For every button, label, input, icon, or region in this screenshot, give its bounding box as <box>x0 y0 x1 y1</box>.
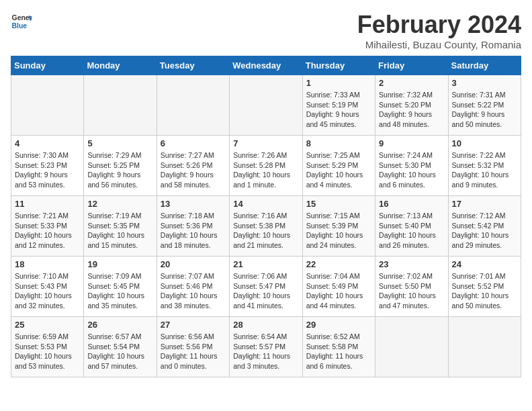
day-number: 22 <box>306 259 371 269</box>
cell-info: Sunrise: 7:19 AM Sunset: 5:35 PM Dayligh… <box>87 211 152 250</box>
calendar-cell: 18Sunrise: 7:10 AM Sunset: 5:43 PM Dayli… <box>11 257 84 317</box>
calendar-cell: 5Sunrise: 7:29 AM Sunset: 5:25 PM Daylig… <box>84 136 157 196</box>
cell-info: Sunrise: 7:26 AM Sunset: 5:28 PM Dayligh… <box>233 150 298 190</box>
cell-info: Sunrise: 6:57 AM Sunset: 5:54 PM Dayligh… <box>87 332 152 371</box>
calendar-cell: 24Sunrise: 7:01 AM Sunset: 5:52 PM Dayli… <box>448 257 521 317</box>
cell-info: Sunrise: 7:27 AM Sunset: 5:26 PM Dayligh… <box>161 150 226 190</box>
cell-info: Sunrise: 7:09 AM Sunset: 5:45 PM Dayligh… <box>87 271 152 311</box>
main-title: February 2024 <box>357 11 521 39</box>
calendar-cell: 7Sunrise: 7:26 AM Sunset: 5:28 PM Daylig… <box>230 136 302 196</box>
day-number: 28 <box>233 320 298 330</box>
cell-info: Sunrise: 6:56 AM Sunset: 5:56 PM Dayligh… <box>161 332 226 371</box>
day-number: 25 <box>15 320 80 330</box>
day-number: 15 <box>306 199 371 209</box>
logo: General Blue <box>11 11 32 32</box>
calendar-cell: 1Sunrise: 7:33 AM Sunset: 5:19 PM Daylig… <box>302 75 375 136</box>
calendar-cell: 17Sunrise: 7:12 AM Sunset: 5:42 PM Dayli… <box>448 196 521 257</box>
week-row-5: 25Sunrise: 6:59 AM Sunset: 5:53 PM Dayli… <box>11 317 521 377</box>
calendar-cell: 3Sunrise: 7:31 AM Sunset: 5:22 PM Daylig… <box>448 75 521 136</box>
calendar-cell: 2Sunrise: 7:32 AM Sunset: 5:20 PM Daylig… <box>375 75 448 136</box>
day-number: 6 <box>161 138 226 148</box>
cell-info: Sunrise: 7:12 AM Sunset: 5:42 PM Dayligh… <box>452 211 517 250</box>
cell-info: Sunrise: 7:33 AM Sunset: 5:19 PM Dayligh… <box>306 90 371 130</box>
calendar-cell: 19Sunrise: 7:09 AM Sunset: 5:45 PM Dayli… <box>84 257 157 317</box>
col-header-friday: Friday <box>375 56 448 75</box>
day-number: 13 <box>161 199 226 209</box>
day-number: 24 <box>452 259 517 269</box>
calendar-cell <box>448 317 521 377</box>
calendar-cell: 10Sunrise: 7:22 AM Sunset: 5:32 PM Dayli… <box>448 136 521 196</box>
cell-info: Sunrise: 7:06 AM Sunset: 5:47 PM Dayligh… <box>233 271 298 311</box>
calendar-cell: 12Sunrise: 7:19 AM Sunset: 5:35 PM Dayli… <box>84 196 157 257</box>
week-row-3: 11Sunrise: 7:21 AM Sunset: 5:33 PM Dayli… <box>11 196 521 257</box>
day-number: 16 <box>379 199 444 209</box>
cell-info: Sunrise: 7:32 AM Sunset: 5:20 PM Dayligh… <box>379 90 444 130</box>
day-number: 18 <box>15 259 80 269</box>
cell-info: Sunrise: 6:52 AM Sunset: 5:58 PM Dayligh… <box>306 332 371 371</box>
cell-info: Sunrise: 7:07 AM Sunset: 5:46 PM Dayligh… <box>161 271 226 311</box>
cell-info: Sunrise: 7:24 AM Sunset: 5:30 PM Dayligh… <box>379 150 444 190</box>
col-header-tuesday: Tuesday <box>157 56 229 75</box>
day-number: 10 <box>452 138 517 148</box>
subtitle: Mihailesti, Buzau County, Romania <box>357 39 521 50</box>
cell-info: Sunrise: 7:15 AM Sunset: 5:39 PM Dayligh… <box>306 211 371 250</box>
cell-info: Sunrise: 6:59 AM Sunset: 5:53 PM Dayligh… <box>15 332 80 371</box>
day-number: 23 <box>379 259 444 269</box>
calendar-cell: 16Sunrise: 7:13 AM Sunset: 5:40 PM Dayli… <box>375 196 448 257</box>
calendar-cell: 22Sunrise: 7:04 AM Sunset: 5:49 PM Dayli… <box>302 257 375 317</box>
calendar-cell <box>84 75 157 136</box>
cell-info: Sunrise: 7:21 AM Sunset: 5:33 PM Dayligh… <box>15 211 80 250</box>
header: General Blue February 2024 Mihailesti, B… <box>11 11 521 50</box>
cell-info: Sunrise: 7:29 AM Sunset: 5:25 PM Dayligh… <box>87 150 152 190</box>
week-row-1: 1Sunrise: 7:33 AM Sunset: 5:19 PM Daylig… <box>11 75 521 136</box>
day-number: 2 <box>379 78 444 88</box>
week-row-2: 4Sunrise: 7:30 AM Sunset: 5:23 PM Daylig… <box>11 136 521 196</box>
col-header-saturday: Saturday <box>448 56 521 75</box>
calendar-cell <box>157 75 229 136</box>
col-header-sunday: Sunday <box>11 56 84 75</box>
calendar-cell: 23Sunrise: 7:02 AM Sunset: 5:50 PM Dayli… <box>375 257 448 317</box>
cell-info: Sunrise: 7:30 AM Sunset: 5:23 PM Dayligh… <box>15 150 80 190</box>
calendar-cell: 11Sunrise: 7:21 AM Sunset: 5:33 PM Dayli… <box>11 196 84 257</box>
calendar-header: SundayMondayTuesdayWednesdayThursdayFrid… <box>11 56 521 75</box>
cell-info: Sunrise: 7:04 AM Sunset: 5:49 PM Dayligh… <box>306 271 371 311</box>
calendar-cell: 14Sunrise: 7:16 AM Sunset: 5:38 PM Dayli… <box>230 196 302 257</box>
day-number: 19 <box>87 259 152 269</box>
cell-info: Sunrise: 7:31 AM Sunset: 5:22 PM Dayligh… <box>452 90 517 130</box>
calendar-cell <box>375 317 448 377</box>
cell-info: Sunrise: 7:22 AM Sunset: 5:32 PM Dayligh… <box>452 150 517 190</box>
col-header-thursday: Thursday <box>302 56 375 75</box>
day-number: 8 <box>306 138 371 148</box>
calendar-cell: 9Sunrise: 7:24 AM Sunset: 5:30 PM Daylig… <box>375 136 448 196</box>
calendar-cell: 26Sunrise: 6:57 AM Sunset: 5:54 PM Dayli… <box>84 317 157 377</box>
col-header-wednesday: Wednesday <box>230 56 302 75</box>
day-number: 29 <box>306 320 371 330</box>
day-number: 1 <box>306 78 371 88</box>
cell-info: Sunrise: 7:16 AM Sunset: 5:38 PM Dayligh… <box>233 211 298 250</box>
calendar-cell: 28Sunrise: 6:54 AM Sunset: 5:57 PM Dayli… <box>230 317 302 377</box>
day-number: 17 <box>452 199 517 209</box>
cell-info: Sunrise: 7:25 AM Sunset: 5:29 PM Dayligh… <box>306 150 371 190</box>
day-number: 7 <box>233 138 298 148</box>
calendar-cell: 15Sunrise: 7:15 AM Sunset: 5:39 PM Dayli… <box>302 196 375 257</box>
day-number: 26 <box>87 320 152 330</box>
cell-info: Sunrise: 6:54 AM Sunset: 5:57 PM Dayligh… <box>233 332 298 371</box>
calendar-cell: 4Sunrise: 7:30 AM Sunset: 5:23 PM Daylig… <box>11 136 84 196</box>
day-number: 20 <box>161 259 226 269</box>
day-number: 9 <box>379 138 444 148</box>
week-row-4: 18Sunrise: 7:10 AM Sunset: 5:43 PM Dayli… <box>11 257 521 317</box>
day-number: 11 <box>15 199 80 209</box>
day-number: 21 <box>233 259 298 269</box>
cell-info: Sunrise: 7:18 AM Sunset: 5:36 PM Dayligh… <box>161 211 226 250</box>
col-header-monday: Monday <box>84 56 157 75</box>
calendar-cell <box>230 75 302 136</box>
day-number: 27 <box>161 320 226 330</box>
svg-text:Blue: Blue <box>12 22 28 30</box>
day-number: 14 <box>233 199 298 209</box>
logo-icon: General Blue <box>11 11 32 32</box>
calendar-table: SundayMondayTuesdayWednesdayThursdayFrid… <box>11 56 521 377</box>
day-number: 4 <box>15 138 80 148</box>
calendar-cell: 27Sunrise: 6:56 AM Sunset: 5:56 PM Dayli… <box>157 317 229 377</box>
title-section: February 2024 Mihailesti, Buzau County, … <box>357 11 521 50</box>
cell-info: Sunrise: 7:10 AM Sunset: 5:43 PM Dayligh… <box>15 271 80 311</box>
